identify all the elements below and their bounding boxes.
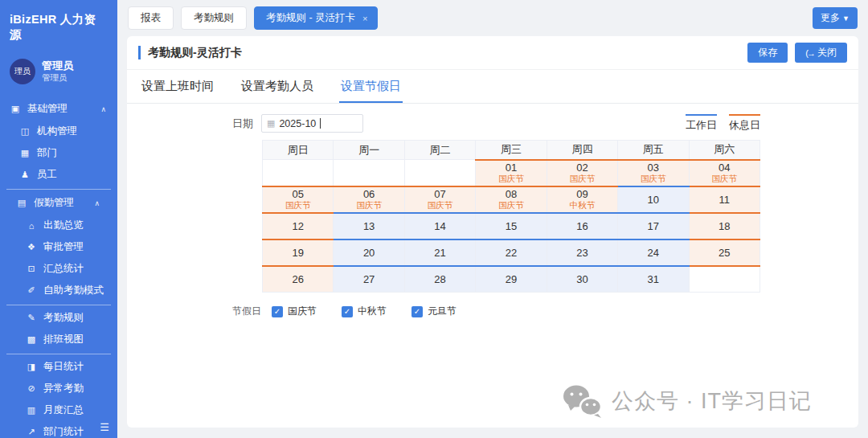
holiday-option-label: 中秋节	[358, 305, 387, 318]
calendar-day-cell[interactable]: 01国庆节	[476, 160, 547, 186]
calendar-day-cell[interactable]: 26	[263, 266, 334, 293]
chevron-up-icon[interactable]: ∧	[94, 199, 100, 207]
holiday-name: 国庆节	[618, 174, 688, 184]
settings-tab[interactable]: 设置上班时间	[140, 70, 215, 103]
sidebar-group-header[interactable]: ▣基础管理∧	[0, 97, 117, 121]
day-number: 14	[405, 220, 475, 232]
settings-tab[interactable]: 设置节假日	[339, 70, 403, 103]
calendar-day-cell[interactable]: 15	[476, 213, 547, 239]
day-number: 29	[476, 273, 546, 285]
close-button[interactable]: (→ 关闭	[795, 43, 847, 63]
sidebar-group-header[interactable]: ▤假勤管理∧	[6, 191, 111, 215]
holiday-name: 国庆节	[476, 200, 546, 211]
schedule-view-icon: ▩	[26, 334, 37, 345]
day-number: 05	[263, 188, 333, 200]
day-number: 24	[618, 247, 688, 259]
sidebar-collapse-icon[interactable]: ☰	[100, 421, 109, 433]
holiday-option-label: 国庆节	[288, 305, 317, 318]
close-icon[interactable]: ×	[362, 14, 367, 23]
attendance-overview-icon: ⌂	[26, 221, 37, 231]
calendar-day-cell[interactable]: 25	[689, 239, 760, 266]
calendar-day-cell[interactable]: 30	[547, 266, 617, 293]
sidebar-item[interactable]: ✎考勤规则	[6, 307, 111, 329]
calendar-day-cell[interactable]: 31	[618, 266, 689, 293]
holiday-option[interactable]: ✓元旦节	[411, 305, 457, 318]
chevron-up-icon[interactable]: ∧	[100, 105, 106, 113]
calendar-day-cell[interactable]: 14	[404, 213, 475, 239]
calendar-day-cell[interactable]: 09中秋节	[547, 186, 617, 213]
calendar-day-cell[interactable]: 06国庆节	[334, 186, 404, 213]
daily-stats-icon: ◨	[26, 362, 37, 372]
sidebar-item[interactable]: ◫机构管理	[0, 121, 117, 142]
calendar-day-cell[interactable]: 07国庆节	[404, 186, 475, 213]
calendar-day-cell[interactable]: 02国庆节	[547, 160, 617, 186]
day-number: 11	[690, 194, 760, 206]
id-card-icon: ▣	[10, 104, 21, 114]
sidebar-item[interactable]: ⊡汇总统计	[6, 258, 111, 280]
day-number: 15	[476, 220, 546, 232]
checkbox-checked[interactable]: ✓	[342, 306, 353, 317]
calendar-day-cell[interactable]: 08国庆节	[476, 186, 547, 213]
sidebar-item[interactable]: ⌂出勤总览	[6, 215, 111, 236]
calendar-day-cell[interactable]: 05国庆节	[263, 186, 334, 213]
sidebar-section: ▤假勤管理∧⌂出勤总览❖审批管理⊡汇总统计✐自助考勤模式	[6, 189, 111, 303]
settings-tab[interactable]: 设置考勤人员	[240, 70, 315, 103]
calendar-day-cell[interactable]: 20	[334, 239, 404, 266]
calendar-day-cell[interactable]: 16	[547, 213, 617, 239]
calendar-day-cell[interactable]: 10	[618, 186, 689, 213]
holiday-option[interactable]: ✓国庆节	[272, 305, 317, 318]
sidebar-item[interactable]: ▥月度汇总	[6, 399, 111, 421]
checkbox-checked[interactable]: ✓	[272, 306, 283, 317]
sidebar-item-label: 排班视图	[43, 333, 84, 346]
sidebar-item[interactable]: ▦部门	[0, 142, 117, 164]
sidebar-item[interactable]: ◨每日统计	[6, 356, 111, 378]
day-number: 28	[405, 273, 475, 285]
sidebar-item[interactable]: ⊘异常考勤	[6, 378, 111, 399]
app-title: iBizEHR 人力资源	[0, 0, 117, 49]
legend-rest: 休息日	[729, 114, 760, 133]
date-input[interactable]: ▦ 2025-10	[261, 114, 363, 133]
day-number: 02	[547, 162, 617, 174]
save-button[interactable]: 保存	[747, 43, 788, 63]
topbar-tab[interactable]: 考勤规则	[181, 6, 247, 30]
day-number: 04	[690, 162, 760, 174]
sidebar-item[interactable]: ❖审批管理	[6, 236, 111, 258]
monthly-summary-icon: ▥	[26, 405, 37, 415]
calendar-day-cell[interactable]: 24	[618, 239, 689, 266]
calendar-row: 01国庆节02国庆节03国庆节04国庆节	[263, 160, 760, 186]
topbar-tab[interactable]: 报表	[128, 6, 174, 30]
day-number: 23	[547, 247, 617, 259]
calendar-day-cell[interactable]: 28	[404, 266, 475, 293]
calendar-weekday: 周一	[334, 141, 404, 160]
calendar-day-cell[interactable]: 19	[263, 239, 334, 266]
topbar-tab[interactable]: 考勤规则 - 灵活打卡×	[254, 6, 378, 30]
calendar-day-cell[interactable]: 21	[404, 239, 475, 266]
holiday-options: ✓国庆节✓中秋节✓元旦节	[272, 305, 457, 318]
calendar-day-cell[interactable]: 23	[547, 239, 617, 266]
holiday-checkbox-row: 节假日 ✓国庆节✓中秋节✓元旦节	[127, 305, 760, 318]
calendar-weekday: 周二	[404, 141, 475, 160]
calendar-day-cell[interactable]: 11	[689, 186, 760, 213]
day-number: 18	[690, 220, 760, 232]
calendar-day-cell[interactable]: 27	[334, 266, 404, 293]
holiday-option[interactable]: ✓中秋节	[342, 305, 387, 318]
abnormal-attendance-icon: ⊘	[26, 383, 37, 394]
calendar-day-cell[interactable]: 29	[476, 266, 547, 293]
user-profile[interactable]: 理员 管理员 管理员	[0, 49, 117, 96]
calendar-day-cell[interactable]: 22	[476, 239, 547, 266]
sidebar-item[interactable]: ♟员工	[0, 164, 117, 186]
sidebar-item[interactable]: ✐自助考勤模式	[6, 280, 111, 301]
calendar-day-cell[interactable]: 03国庆节	[618, 160, 689, 186]
calendar-day-cell[interactable]: 17	[618, 213, 689, 239]
sidebar: iBizEHR 人力资源 理员 管理员 管理员 ▣基础管理∧◫机构管理▦部门♟员…	[0, 0, 117, 438]
sidebar-item[interactable]: ↗部门统计	[6, 421, 111, 438]
calendar-day-cell[interactable]: 13	[334, 213, 404, 239]
holiday-name: 国庆节	[263, 200, 333, 211]
calendar-day-cell[interactable]: 12	[263, 213, 334, 239]
more-button[interactable]: 更多 ▼	[813, 7, 858, 29]
calendar-weekday: 周五	[618, 141, 689, 160]
sidebar-item[interactable]: ▩排班视图	[6, 329, 111, 350]
calendar-day-cell[interactable]: 04国庆节	[689, 160, 760, 186]
checkbox-checked[interactable]: ✓	[411, 306, 423, 317]
calendar-day-cell[interactable]: 18	[689, 213, 760, 239]
